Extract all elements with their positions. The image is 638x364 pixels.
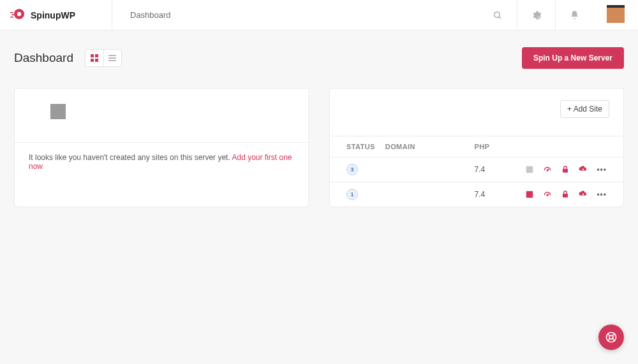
- svg-rect-15: [526, 166, 533, 173]
- grid-view-button[interactable]: [85, 50, 103, 66]
- svg-rect-8: [91, 54, 94, 57]
- logo-text: SpinupWP: [31, 10, 75, 20]
- cell-php: 7.4: [470, 182, 521, 207]
- list-view-button[interactable]: [103, 50, 121, 66]
- col-php: PHP: [470, 136, 521, 157]
- svg-line-21: [547, 194, 549, 195]
- cache-icon[interactable]: [543, 165, 552, 174]
- svg-line-28: [613, 339, 615, 341]
- svg-rect-4: [10, 17, 13, 18]
- status-badge: 3: [346, 164, 358, 175]
- svg-rect-11: [95, 59, 98, 62]
- topbar: SpinupWP Dashboard: [0, 0, 638, 31]
- empty-message-text: It looks like you haven't created any si…: [29, 153, 232, 162]
- svg-point-5: [494, 11, 500, 17]
- cell-domain: [380, 182, 470, 207]
- logo[interactable]: SpinupWP: [0, 0, 112, 30]
- svg-rect-22: [563, 194, 568, 198]
- git-icon[interactable]: [525, 190, 534, 199]
- cell-php: 7.4: [470, 157, 521, 182]
- table-row[interactable]: 1 7.4 •••: [330, 182, 623, 207]
- backup-icon[interactable]: [579, 165, 588, 174]
- user-avatar[interactable]: [593, 0, 638, 30]
- svg-line-17: [547, 169, 549, 170]
- lock-icon[interactable]: [561, 190, 570, 199]
- svg-rect-10: [91, 59, 94, 62]
- git-icon[interactable]: [525, 165, 534, 174]
- server-card-empty: It looks like you haven't created any si…: [14, 88, 309, 207]
- svg-rect-19: [526, 191, 533, 198]
- svg-rect-9: [95, 54, 98, 57]
- svg-point-7: [537, 16, 540, 18]
- svg-rect-18: [563, 169, 568, 173]
- svg-line-25: [607, 333, 609, 335]
- sites-table: STATUS DOMAIN PHP 3 7.4 ••• 1 7.4 •••: [330, 136, 623, 207]
- more-icon[interactable]: •••: [597, 190, 607, 199]
- cell-domain: [380, 157, 470, 182]
- svg-rect-2: [10, 12, 13, 13]
- server-card-sites: + Add Site STATUS DOMAIN PHP 3 7.4 ••• 1: [329, 88, 624, 207]
- svg-line-27: [607, 339, 609, 341]
- row-actions: •••: [525, 190, 618, 199]
- spin-up-server-button[interactable]: Spin Up a New Server: [522, 47, 624, 69]
- add-site-button[interactable]: + Add Site: [560, 100, 609, 118]
- backup-icon[interactable]: [579, 190, 588, 199]
- page-header: Dashboard Spin Up a New Server: [14, 47, 624, 69]
- page-title: Dashboard: [14, 51, 73, 65]
- view-toggle: [85, 49, 122, 67]
- svg-line-26: [613, 333, 615, 335]
- logo-icon: [10, 6, 26, 24]
- lock-icon[interactable]: [561, 165, 570, 174]
- notifications-icon[interactable]: [555, 0, 593, 30]
- svg-point-1: [17, 11, 21, 15]
- svg-point-24: [609, 335, 613, 339]
- settings-icon[interactable]: [517, 0, 555, 30]
- empty-sites-message: It looks like you haven't created any si…: [15, 142, 308, 181]
- table-row[interactable]: 3 7.4 •••: [330, 157, 623, 182]
- row-actions: •••: [525, 165, 618, 174]
- col-status: STATUS: [330, 136, 380, 157]
- status-badge: 1: [346, 189, 358, 200]
- col-domain: DOMAIN: [380, 136, 470, 157]
- cache-icon[interactable]: [543, 190, 552, 199]
- breadcrumb[interactable]: Dashboard: [112, 10, 478, 20]
- search-icon[interactable]: [478, 10, 517, 20]
- svg-line-6: [499, 17, 501, 18]
- svg-rect-3: [11, 14, 15, 15]
- help-button[interactable]: [598, 324, 624, 350]
- more-icon[interactable]: •••: [597, 165, 607, 174]
- server-thumbnail: [50, 104, 66, 119]
